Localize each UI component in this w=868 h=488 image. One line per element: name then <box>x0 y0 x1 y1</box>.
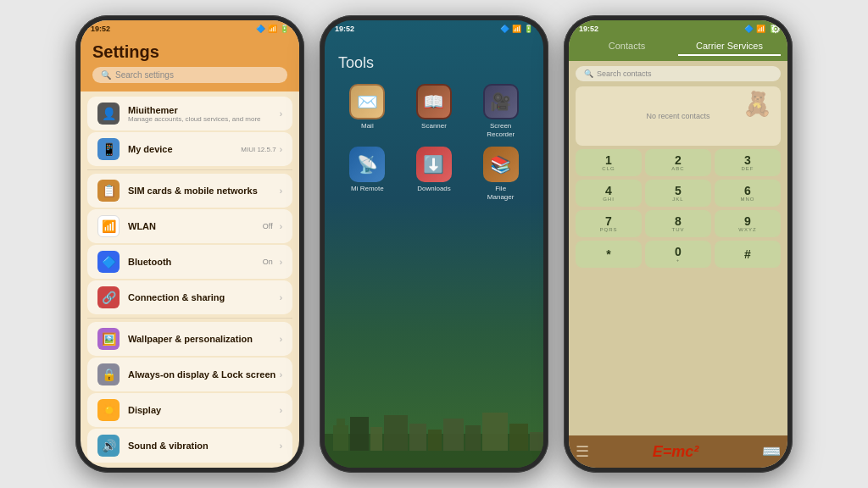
chevron-icon: › <box>280 441 282 451</box>
dialer-key-6[interactable]: 6 MNO <box>715 180 781 207</box>
chevron-icon: › <box>280 186 282 196</box>
sound-icon: 🔊 <box>97 435 120 457</box>
home-screen: 19:52 🔷 📶 🔋 Tools ✉️ Mail 📖 Scanner 🎥 <box>325 20 543 468</box>
connection-text: Connection & sharing <box>128 292 276 302</box>
sim-icon: 📋 <box>97 180 120 202</box>
character-decoration: 🧸 <box>743 90 772 118</box>
key-8-letters: TUV <box>672 227 685 232</box>
dialer-key-9[interactable]: 9 WXYZ <box>715 210 781 237</box>
app-item-files[interactable]: 📚 FileManager <box>471 147 530 201</box>
search-placeholder-3: Search contacts <box>597 69 652 78</box>
sim-text: SIM cards & mobile networks <box>128 186 276 196</box>
downloads-label: Downloads <box>417 185 451 193</box>
display-text: Display <box>128 405 276 415</box>
status-icons-1: 🔷 📶 🔋 <box>256 25 289 33</box>
dialer-key-1[interactable]: 1 CLG <box>576 149 642 176</box>
key-4-letters: GHI <box>603 197 615 202</box>
settings-item-alwayson[interactable]: 🔒 Always-on display & Lock screen › <box>87 358 292 391</box>
keyboard-icon[interactable]: ⌨️ <box>762 442 781 461</box>
wlan-text: WLAN <box>128 221 263 231</box>
search-icon-3: 🔍 <box>584 69 593 78</box>
status-icons-2: 🔷 📶 🔋 <box>500 25 533 33</box>
mydevice-icon: 📱 <box>97 138 120 160</box>
dialer-key-4[interactable]: 4 GHI <box>576 180 642 207</box>
alwayson-text: Always-on display & Lock screen <box>128 369 276 380</box>
app-item-mail[interactable]: ✉️ Mail <box>338 84 397 138</box>
app-item-downloads[interactable]: ⬇️ Downloads <box>405 147 464 201</box>
dialer-key-0[interactable]: 0 + <box>645 241 711 268</box>
battery-icon-2: 🔋 <box>524 25 533 33</box>
cityscape-decoration <box>325 400 543 468</box>
settings-item-connection[interactable]: 🔗 Connection & sharing › <box>87 280 292 314</box>
dialer-key-3[interactable]: 3 DEF <box>715 149 781 176</box>
downloads-icon: ⬇️ <box>416 147 452 182</box>
contacts-search[interactable]: 🔍 Search contacts <box>576 66 781 81</box>
key-8-number: 8 <box>675 215 682 227</box>
gear-icon[interactable]: ⚙ <box>771 23 781 36</box>
settings-list: 👤 Miuithemer Manage accounts, cloud serv… <box>81 92 299 468</box>
bluetooth-text: Bluetooth <box>128 257 263 267</box>
scanner-label: Scanner <box>421 122 447 130</box>
wlan-toggle: Off <box>263 222 273 230</box>
svg-rect-8 <box>443 419 464 451</box>
wallpaper-icon: 🖼️ <box>97 328 120 350</box>
bluetooth-icon: 🔷 <box>97 251 120 273</box>
sound-label: Sound & vibration <box>128 441 276 451</box>
settings-item-bluetooth[interactable]: 🔷 Bluetooth On › <box>87 245 292 279</box>
chevron-icon: › <box>280 222 282 231</box>
display-icon: ☀️ <box>97 399 120 421</box>
mail-icon: ✉️ <box>349 84 385 119</box>
key-3-letters: DEF <box>742 166 754 171</box>
settings-search[interactable]: 🔍 Search settings <box>92 67 287 83</box>
chevron-icon: › <box>280 293 282 302</box>
dialer-key-5[interactable]: 5 JKL <box>645 180 711 207</box>
files-label: FileManager <box>487 185 515 201</box>
app-item-recorder[interactable]: 🎥 ScreenRecorder <box>471 84 530 138</box>
settings-item-wlan[interactable]: 📶 WLAN Off › <box>87 209 292 243</box>
svg-rect-10 <box>482 413 508 451</box>
key-6-letters: MNO <box>741 197 755 202</box>
settings-item-display[interactable]: ☀️ Display › <box>87 393 292 427</box>
app-item-scanner[interactable]: 📖 Scanner <box>405 84 464 138</box>
svg-rect-4 <box>370 427 382 451</box>
chevron-icon: › <box>280 109 282 119</box>
formula-display: E=mc² <box>653 443 699 461</box>
mydevice-text: My device <box>128 144 241 154</box>
tab-carrier-services[interactable]: Carrier Services <box>678 37 781 56</box>
settings-screen: 19:52 🔷 📶 🔋 Settings 🔍 Search settings 👤… <box>81 20 299 468</box>
key-5-number: 5 <box>675 185 682 197</box>
connection-label: Connection & sharing <box>128 292 276 302</box>
tools-label: Tools <box>338 54 530 72</box>
menu-icon[interactable]: ☰ <box>576 442 589 461</box>
settings-item-mydevice[interactable]: 📱 My device MIUI 12.5.7 › <box>87 132 292 166</box>
tab-contacts[interactable]: Contacts <box>576 37 678 56</box>
miuithemer-text: Miuithemer Manage accounts, cloud servic… <box>128 105 276 123</box>
key-6-number: 6 <box>744 185 751 197</box>
remote-label: Mi Remote <box>351 185 384 193</box>
dialer-key-8[interactable]: 8 TUV <box>645 210 711 237</box>
connection-icon: 🔗 <box>97 286 120 308</box>
settings-item-sound[interactable]: 🔊 Sound & vibration › <box>87 429 292 463</box>
wlan-icon: 📶 <box>97 215 120 237</box>
settings-item-sim[interactable]: 📋 SIM cards & mobile networks › <box>87 174 292 208</box>
key-0-number: 0 <box>675 246 682 258</box>
bt-icon-2: 🔷 <box>500 25 509 33</box>
dialer-key-7[interactable]: 7 PQRS <box>576 210 642 237</box>
app-item-remote[interactable]: 📡 Mi Remote <box>338 147 397 201</box>
key-star-number: * <box>606 248 610 260</box>
settings-item-wallpaper[interactable]: 🖼️ Wallpaper & personalization › <box>87 322 292 356</box>
time-1: 19:52 <box>91 25 110 33</box>
dialer-key-hash[interactable]: # <box>715 241 781 268</box>
dialer-key-star[interactable]: * <box>576 241 642 268</box>
key-5-letters: JKL <box>672 197 683 202</box>
bt-icon-3: 🔷 <box>744 25 754 33</box>
dialer-key-2[interactable]: 2 ABC <box>645 149 711 176</box>
settings-item-miuithemer[interactable]: 👤 Miuithemer Manage accounts, cloud serv… <box>87 97 292 130</box>
app-grid: ✉️ Mail 📖 Scanner 🎥 ScreenRecorder 📡 Mi … <box>338 84 530 201</box>
svg-rect-7 <box>428 430 442 451</box>
dialer-row-4: * 0 + # <box>576 241 781 268</box>
dialer-row-2: 4 GHI 5 JKL 6 MNO <box>576 180 781 207</box>
contacts-tabs: Contacts Carrier Services <box>569 37 787 61</box>
alwayson-icon: 🔒 <box>97 363 120 385</box>
contacts-empty-area: 🧸 No recent contacts <box>576 86 781 146</box>
